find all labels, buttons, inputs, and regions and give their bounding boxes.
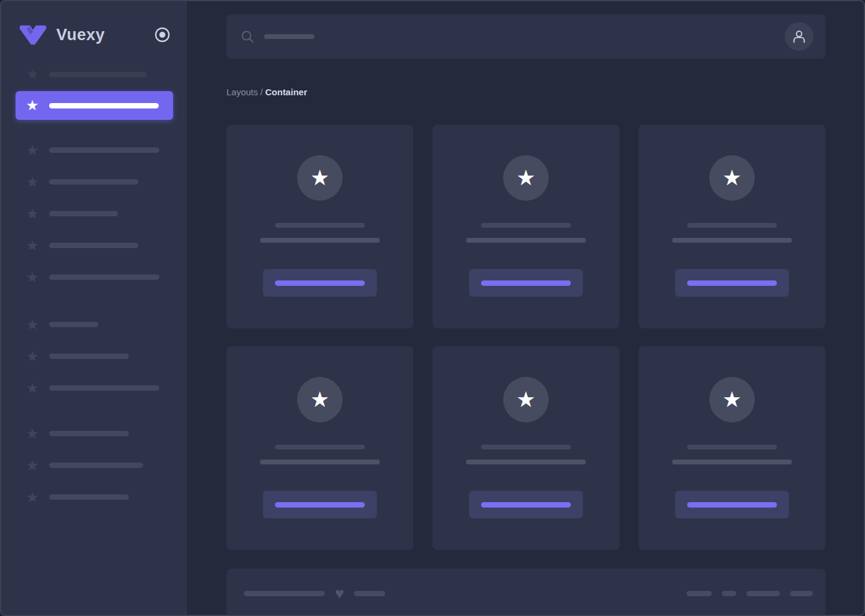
sidebar-item-bar <box>49 274 159 280</box>
card-line-2 <box>672 460 792 464</box>
card-button[interactable] <box>675 269 789 297</box>
card-button[interactable] <box>469 491 583 518</box>
footer-skeleton-bar <box>354 591 385 596</box>
card-line-2 <box>672 238 792 243</box>
footer-action-bar <box>722 591 736 596</box>
sidebar-item-bar <box>49 103 159 108</box>
star-icon: ★ <box>516 389 536 410</box>
sidebar-item[interactable]: ★ <box>1 230 187 261</box>
sidebar-item[interactable]: ★ <box>1 134 187 166</box>
star-icon: ★ <box>25 238 40 253</box>
card-line-1 <box>687 445 777 449</box>
sidebar-section: ★★★ <box>1 309 187 404</box>
card-line-1 <box>481 445 571 449</box>
search-input[interactable] <box>241 14 785 59</box>
star-icon: ★ <box>25 207 40 221</box>
sidebar-item[interactable]: ★ <box>1 261 187 293</box>
sidebar-item[interactable]: ★ <box>1 372 187 404</box>
card-button[interactable] <box>263 491 377 518</box>
card-button-bar <box>481 280 571 286</box>
sidebar-item[interactable]: ★ <box>1 418 187 449</box>
sidebar-item-bar <box>49 354 129 359</box>
sidebar-item[interactable]: ★ <box>1 59 187 90</box>
search-icon <box>241 30 254 43</box>
cards-grid: ★★★★★★ <box>226 125 825 550</box>
sidebar-item-bar <box>49 494 129 500</box>
footer-row: ♥ <box>244 585 813 601</box>
card-line-2 <box>260 460 380 464</box>
app-frame: Vuexy ★★★★★★★★★★★★★ <box>0 0 865 616</box>
sidebar-item[interactable]: ★ <box>1 309 187 340</box>
card-button-bar <box>275 280 365 286</box>
sidebar-section: ★★★★★ <box>1 134 187 293</box>
sidebar-item-bar <box>49 147 159 153</box>
card-line-2 <box>260 238 380 243</box>
card: ★ <box>432 346 619 550</box>
brand-name: Vuexy <box>56 26 105 44</box>
card-button-bar <box>687 502 777 508</box>
card: ★ <box>226 346 413 550</box>
card-avatar: ★ <box>709 377 755 422</box>
star-icon: ★ <box>310 167 329 189</box>
sidebar-item[interactable]: ★ <box>1 340 187 372</box>
card-button[interactable] <box>263 269 377 297</box>
sidebar-item-bar <box>49 385 159 391</box>
heart-icon[interactable]: ♥ <box>335 585 344 601</box>
sidebar-item-active[interactable]: ★ <box>16 91 173 120</box>
star-icon: ★ <box>722 389 742 410</box>
star-icon: ★ <box>25 318 40 332</box>
sidebar-section: ★★★ <box>1 418 187 513</box>
sidebar-item[interactable]: ★ <box>1 198 187 230</box>
star-icon: ★ <box>25 427 40 441</box>
search-placeholder-bar <box>264 34 314 39</box>
footer-action-bar <box>790 591 813 596</box>
card-button[interactable] <box>469 269 583 297</box>
star-icon: ★ <box>310 389 329 410</box>
sidebar-item[interactable]: ★ <box>1 481 187 513</box>
footer-actions <box>686 591 813 596</box>
card-line-2 <box>466 460 586 464</box>
sidebar-item[interactable]: ★ <box>1 449 187 481</box>
star-icon: ★ <box>25 67 40 81</box>
sidebar-header: Vuexy <box>1 1 187 47</box>
card-line-2 <box>466 238 586 243</box>
footer-card: ♥ <box>226 569 825 616</box>
card-avatar: ★ <box>503 155 549 201</box>
card-line-1 <box>275 223 365 228</box>
sidebar-pin-toggle[interactable] <box>154 26 171 43</box>
footer-action-bar <box>746 591 780 596</box>
card-line-1 <box>275 445 365 449</box>
header-bar <box>226 14 825 59</box>
breadcrumb-separator: / <box>261 87 263 97</box>
card: ★ <box>639 346 825 550</box>
sidebar-item-bar <box>49 243 138 248</box>
star-icon: ★ <box>25 349 40 364</box>
sidebar-nav: ★★★★★★★★★★★★★ <box>1 59 187 513</box>
card: ★ <box>432 125 619 328</box>
sidebar: Vuexy ★★★★★★★★★★★★★ <box>1 1 187 615</box>
card-avatar: ★ <box>709 155 755 201</box>
card-button[interactable] <box>675 491 789 518</box>
main-area: Layouts/Container ★★★★★★ ♥ <box>187 1 864 615</box>
star-icon: ★ <box>516 167 536 189</box>
star-icon: ★ <box>25 143 40 158</box>
user-icon <box>791 29 807 44</box>
card-avatar: ★ <box>503 377 549 422</box>
user-avatar-button[interactable] <box>785 22 813 51</box>
card: ★ <box>639 125 825 328</box>
star-icon: ★ <box>25 98 40 113</box>
card-line-1 <box>687 223 777 228</box>
breadcrumb-current: Container <box>265 87 307 97</box>
sidebar-item-bar <box>49 72 147 77</box>
sidebar-item[interactable]: ★ <box>1 166 187 198</box>
card: ★ <box>226 125 413 328</box>
sidebar-item-bar <box>49 431 129 436</box>
breadcrumb-link-layouts[interactable]: Layouts <box>226 87 258 97</box>
star-icon: ★ <box>25 490 40 505</box>
star-icon: ★ <box>25 270 40 285</box>
breadcrumb: Layouts/Container <box>226 87 825 97</box>
card-line-1 <box>481 223 571 228</box>
brand-logo-icon <box>19 25 47 45</box>
card-button-bar <box>275 502 365 508</box>
sidebar-item-bar <box>49 322 98 327</box>
